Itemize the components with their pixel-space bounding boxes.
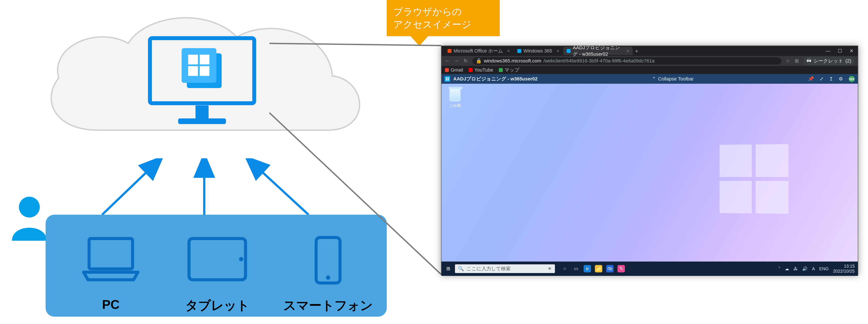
svg-rect-20 [446, 77, 447, 79]
youtube-icon [469, 68, 472, 72]
tray-lang[interactable]: ENG [819, 266, 829, 271]
tray-ime-icon[interactable]: A [812, 266, 815, 271]
device-tablet-label: タブレット [185, 297, 249, 314]
toolbar-pin-icon[interactable]: 📌 [808, 76, 814, 82]
bookmark-gmail[interactable]: Gmail [445, 67, 463, 73]
callout-line1: ブラウザからの [393, 5, 493, 18]
toolbar-settings-icon[interactable]: ⚙ [839, 76, 843, 82]
window-minimize-icon[interactable]: — [826, 48, 830, 54]
device-smartphone-label: スマートフォン [283, 297, 373, 314]
tray-date: 2022/10/25 [833, 269, 855, 274]
bookmark-maps-label: マップ [504, 67, 520, 73]
tray-clock[interactable]: 13:15 2022/10/25 [833, 264, 855, 274]
browser-tab-1[interactable]: Windows 365 × [514, 47, 563, 55]
incognito-count: (2) [845, 58, 851, 64]
incognito-badge[interactable]: 🕶 シークレット (2) [803, 57, 854, 65]
device-tablet: タブレット [180, 234, 254, 284]
new-tab-button[interactable]: + [633, 48, 640, 55]
device-smartphone: スマートフォン [291, 234, 365, 286]
window-controls: — ☐ ✕ [826, 48, 858, 54]
device-pc-label: PC [102, 297, 120, 312]
bookmark-gmail-label: Gmail [451, 67, 463, 73]
taskview-icon[interactable]: ▭ [572, 265, 580, 273]
avatar[interactable]: W3 [849, 76, 855, 82]
bookmark-youtube[interactable]: YouTube [469, 67, 493, 73]
edge-icon[interactable]: e [584, 265, 591, 273]
devices-panel: PC タブレット スマートフォン [45, 215, 387, 317]
svg-point-12 [19, 197, 40, 218]
collapse-toolbar-label: Collapse Toolbar [658, 76, 693, 82]
tab-close-icon[interactable]: × [556, 48, 559, 54]
tab-label-2: AADJプロビジョニング - w365user02 [573, 44, 622, 58]
svg-rect-22 [446, 79, 447, 80]
toolbar-fullscreen-icon[interactable]: ⤢ [819, 76, 824, 82]
svg-rect-7 [188, 66, 198, 76]
tablet-icon [185, 234, 250, 284]
svg-rect-5 [188, 55, 198, 64]
window-close-icon[interactable]: ✕ [849, 48, 854, 54]
cloudpc-app-icon [444, 76, 450, 82]
cortana-icon[interactable]: ○ [561, 265, 568, 273]
laptop-icon [81, 234, 141, 284]
tab-close-icon[interactable]: × [507, 48, 510, 54]
window-maximize-icon[interactable]: ☐ [838, 48, 842, 54]
cloudpc-toolbar: AADJプロビジョニング - w365user02 ⌃ Collapse Too… [441, 74, 858, 84]
extensions-icon[interactable]: ⊞ [795, 58, 799, 64]
nav-back-icon[interactable]: ← [445, 58, 450, 64]
svg-rect-1 [195, 105, 209, 118]
windows-logo-wallpaper [720, 144, 788, 214]
taskbar: ⊞ 🔍 ここに入力して検索 ☀ ○ ▭ e 📁 🛍 ✎ ˄ ☁ 🖧 🔊 A EN [441, 261, 858, 276]
taskbar-search[interactable]: 🔍 ここに入力して検索 ☀ [455, 264, 555, 273]
user-icon [10, 195, 49, 243]
svg-rect-14 [189, 239, 246, 280]
svg-rect-13 [89, 239, 132, 269]
incognito-label: シークレット [813, 58, 843, 64]
bookmark-star-icon[interactable]: ☆ [786, 58, 790, 64]
url-field[interactable]: 🔒 windows365.microsoft.com/webclient/646… [472, 57, 781, 65]
tray-onedrive-icon[interactable]: ☁ [785, 266, 789, 271]
collapse-toolbar-button[interactable]: ⌃ Collapse Toolbar [540, 76, 805, 82]
tray-chevron-icon[interactable]: ˄ [778, 266, 780, 271]
incognito-icon: 🕶 [807, 58, 811, 64]
tab-favicon-1 [517, 49, 521, 53]
svg-rect-6 [200, 55, 210, 64]
svg-point-15 [239, 257, 243, 261]
maps-icon [499, 68, 503, 72]
cloudpc-title: AADJプロビジョニング - w365user02 [453, 76, 537, 82]
svg-rect-4 [182, 48, 216, 83]
collapse-chevron-icon: ⌃ [652, 76, 656, 82]
address-bar-right: ☆ ⊞ 🕶 シークレット (2) [786, 57, 854, 65]
browser-window: Microsoft Office ホーム × Windows 365 × AAD… [441, 45, 858, 276]
gmail-icon [445, 68, 449, 72]
tray-time: 13:15 [833, 264, 855, 269]
cloudpc-desktop[interactable]: ごみ箱 [441, 84, 858, 261]
tab-close-icon[interactable]: × [626, 48, 629, 54]
search-news-icon: ☀ [548, 266, 552, 272]
recycle-bin-label: ごみ箱 [446, 103, 464, 108]
browser-tab-strip: Microsoft Office ホーム × Windows 365 × AAD… [441, 46, 858, 56]
arrows-to-cloud [63, 158, 345, 215]
svg-line-9 [102, 163, 156, 215]
svg-rect-8 [200, 66, 210, 76]
system-tray: ˄ ☁ 🖧 🔊 A ENG 13:15 2022/10/25 [778, 264, 855, 274]
nav-reload-icon[interactable]: ↻ [463, 58, 468, 64]
recycle-bin[interactable]: ごみ箱 [446, 88, 464, 108]
store-icon[interactable]: 🛍 [606, 265, 614, 273]
browser-tab-2[interactable]: AADJプロビジョニング - w365user02 × [563, 47, 633, 55]
recycle-bin-icon [449, 88, 461, 102]
tray-volume-icon[interactable]: 🔊 [802, 266, 808, 271]
whiteboard-icon[interactable]: ✎ [618, 265, 625, 273]
tray-network-icon[interactable]: 🖧 [794, 266, 798, 271]
start-button[interactable]: ⊞ [444, 266, 452, 272]
smartphone-icon [311, 234, 345, 286]
bookmark-maps[interactable]: マップ [499, 67, 520, 73]
svg-rect-21 [447, 77, 449, 79]
cloud-pc-monitor-icon [146, 34, 258, 129]
toolbar-upload-icon[interactable]: ↥ [829, 76, 833, 82]
url-host: windows365.microsoft.com [484, 58, 541, 64]
tab-label-0: Microsoft Office ホーム [454, 48, 503, 54]
explorer-icon[interactable]: 📁 [595, 265, 602, 273]
search-icon: 🔍 [458, 266, 464, 272]
browser-tab-0[interactable]: Microsoft Office ホーム × [444, 47, 514, 55]
nav-forward-icon[interactable]: → [454, 58, 459, 64]
